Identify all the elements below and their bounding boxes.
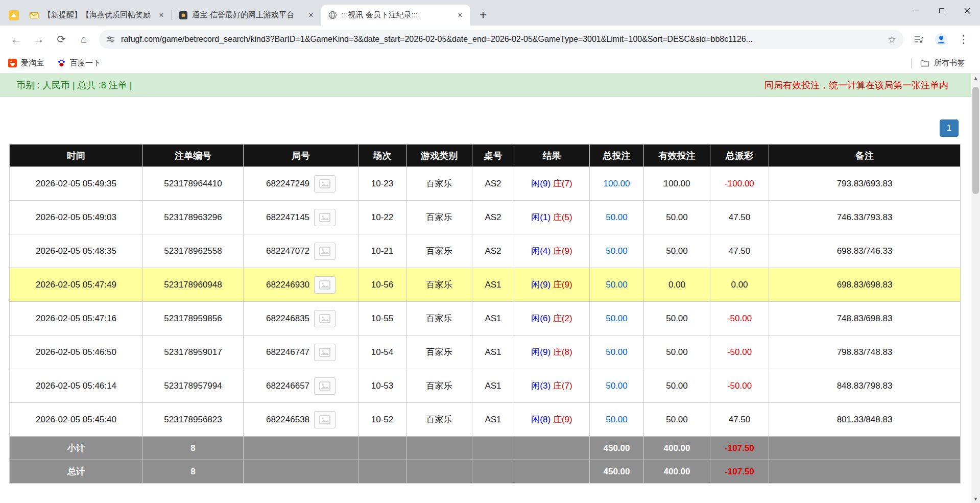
cell-session: 10-53	[358, 369, 407, 403]
payout-value: -50.00	[727, 381, 752, 391]
cell-note: 748.83/698.83	[769, 302, 961, 336]
total-bet-link[interactable]: 50.00	[606, 381, 628, 391]
result-banker: 庄(9)	[553, 246, 572, 256]
cell-session: 10-52	[358, 403, 407, 437]
replay-video-button[interactable]	[314, 310, 336, 327]
cell-round: 682246835	[244, 302, 358, 336]
cell-bet-id: 523178964410	[143, 167, 244, 201]
bet-records-table: 时间 注单编号 局号 场次 游戏类别 桌号 结果 总投注 有效投注 总派彩 备注…	[9, 144, 961, 484]
result-banker: 庄(8)	[553, 347, 572, 357]
payout-value: 0.00	[731, 280, 748, 290]
cell-total-bet: 50.00	[590, 369, 644, 403]
close-tab-icon[interactable]: ×	[306, 10, 316, 20]
pinned-tab-favicon	[9, 10, 19, 20]
cell-note: 698.83/746.33	[769, 234, 961, 268]
bet-record-row: 2026-02-05 05:46:50523178959017682246747…	[10, 336, 961, 369]
summary-body: 小计 8 450.00 400.00 -107.50 总计 8 450.00 4…	[10, 437, 961, 484]
tab-bet-records[interactable]: :::视讯 会员下注纪录::: ×	[321, 5, 470, 26]
cell-table: AS1	[472, 403, 514, 437]
cell-result: 闲(9) 庄(9)	[514, 268, 590, 302]
scrollbar[interactable]: ▲ ▼	[971, 74, 980, 503]
maximize-button[interactable]	[929, 0, 954, 21]
menu-kebab-icon[interactable]: ⋮	[953, 29, 974, 50]
column-header-round: 局号	[244, 145, 358, 167]
picture-icon	[319, 280, 330, 290]
cell-game-type: 百家乐	[407, 302, 472, 336]
total-bet-link[interactable]: 50.00	[606, 415, 628, 424]
tab-forum[interactable]: 【新提醒】【海燕优质回帖奖励 ×	[22, 5, 172, 26]
profile-avatar-icon[interactable]	[931, 29, 951, 50]
close-tab-icon[interactable]: ×	[156, 10, 166, 20]
bookmark-star-icon[interactable]: ☆	[888, 34, 896, 45]
bookmark-aitaobao[interactable]: 爱淘宝	[8, 58, 44, 68]
column-header-valid-bet: 有效投注	[644, 145, 710, 167]
scroll-up-arrow[interactable]: ▲	[971, 74, 980, 82]
close-tab-icon[interactable]: ×	[455, 10, 465, 20]
cell-time: 2026-02-05 05:48:35	[10, 234, 143, 268]
total-bet-link[interactable]: 50.00	[606, 314, 628, 323]
minimize-button[interactable]	[903, 0, 929, 21]
scroll-down-arrow[interactable]: ▼	[971, 494, 980, 503]
url-text[interactable]: rafugf.com/game/betrecord_search/kind3?B…	[121, 35, 882, 44]
picture-icon	[319, 348, 330, 357]
address-bar[interactable]: rafugf.com/game/betrecord_search/kind3?B…	[99, 30, 903, 49]
cell-result: 闲(9) 庄(8)	[514, 336, 590, 369]
replay-video-button[interactable]	[314, 276, 336, 294]
home-button[interactable]: ⌂	[74, 29, 94, 50]
total-bet-link[interactable]: 100.00	[604, 179, 630, 188]
result-player: 闲(8)	[531, 415, 551, 424]
page-1-button[interactable]: 1	[940, 119, 959, 137]
cell-session: 10-21	[358, 234, 407, 268]
replay-video-button[interactable]	[314, 411, 336, 428]
replay-video-button[interactable]	[314, 377, 336, 395]
replay-video-button[interactable]	[314, 175, 336, 193]
cell-valid-bet: 50.00	[644, 234, 710, 268]
result-player: 闲(9)	[531, 179, 551, 188]
bet-record-row: 2026-02-05 05:49:03523178963296682247145…	[10, 201, 961, 234]
total-bet-link[interactable]: 50.00	[606, 246, 628, 256]
picture-icon	[319, 179, 330, 188]
new-tab-button[interactable]: +	[474, 6, 492, 23]
pinned-tab[interactable]	[5, 5, 22, 26]
column-header-bet-id: 注单编号	[143, 145, 244, 167]
site-info-icon[interactable]	[106, 35, 115, 44]
cell-session: 10-22	[358, 201, 407, 234]
cell-session: 10-56	[358, 268, 407, 302]
reload-button[interactable]: ⟳	[51, 29, 71, 50]
round-number: 682246930	[266, 280, 309, 290]
payout-value: 47.50	[729, 212, 751, 222]
replay-video-button[interactable]	[314, 209, 336, 226]
baidu-favicon-icon	[57, 59, 66, 67]
cell-payout: -100.00	[710, 167, 769, 201]
cell-session: 10-23	[358, 167, 407, 201]
forward-button[interactable]: →	[29, 29, 49, 50]
all-bookmarks[interactable]: 所有书签	[911, 58, 972, 68]
bookmark-baidu[interactable]: 百度一下	[57, 58, 101, 68]
cell-game-type: 百家乐	[407, 336, 472, 369]
replay-video-button[interactable]	[314, 344, 336, 361]
total-bet-link[interactable]: 50.00	[606, 347, 628, 357]
back-button[interactable]: ←	[6, 29, 27, 50]
total-bet-link[interactable]: 50.00	[606, 280, 628, 290]
total-bet-link[interactable]: 50.00	[606, 212, 628, 222]
tab-tongbao[interactable]: 通宝-信誉最好的网上游戏平台 ×	[172, 5, 321, 26]
round-number: 682246747	[266, 347, 309, 357]
replay-video-button[interactable]	[314, 243, 336, 260]
result-player: 闲(9)	[531, 347, 551, 357]
cell-total-bet: 50.00	[590, 268, 644, 302]
subtotal-payout: -107.50	[710, 437, 769, 460]
cell-game-type: 百家乐	[407, 403, 472, 437]
cell-result: 闲(4) 庄(9)	[514, 234, 590, 268]
column-header-total-bet: 总投注	[590, 145, 644, 167]
close-window-button[interactable]	[954, 0, 980, 21]
cell-note: 746.33/793.83	[769, 201, 961, 234]
header-row: 时间 注单编号 局号 场次 游戏类别 桌号 结果 总投注 有效投注 总派彩 备注	[10, 145, 961, 167]
bet-record-row: 2026-02-05 05:48:35523178962558682247072…	[10, 234, 961, 268]
media-controls-icon[interactable]	[909, 29, 929, 50]
pagination: 1	[0, 119, 980, 137]
cell-bet-id: 523178963296	[143, 201, 244, 234]
cell-valid-bet: 50.00	[644, 201, 710, 234]
scrollbar-thumb[interactable]	[972, 87, 979, 194]
round-number: 682247072	[266, 246, 309, 256]
cell-table: AS1	[472, 302, 514, 336]
